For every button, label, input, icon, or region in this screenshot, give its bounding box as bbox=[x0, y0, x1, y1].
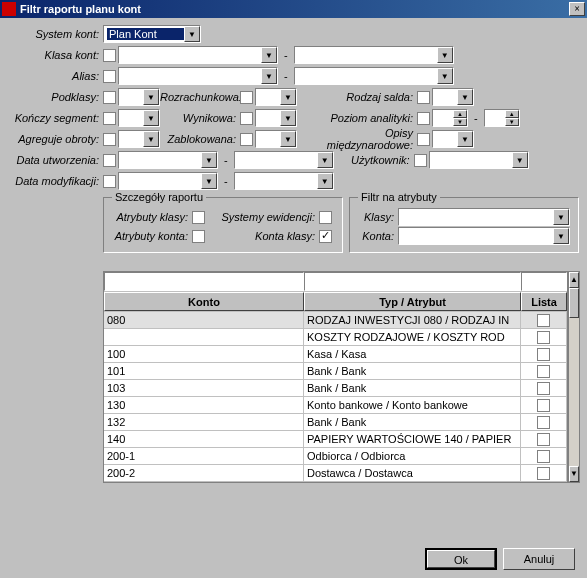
poziom-analityki-check[interactable] bbox=[417, 112, 430, 125]
klasa-kont-to[interactable] bbox=[294, 46, 454, 64]
uzytkownik-select[interactable] bbox=[429, 151, 529, 169]
podklasy-select[interactable] bbox=[118, 88, 160, 106]
lista-check[interactable] bbox=[537, 399, 550, 412]
chevron-down-icon[interactable] bbox=[437, 68, 453, 84]
grid-scrollbar[interactable]: ▲ ▼ bbox=[568, 271, 580, 483]
rozrachunkowa-select[interactable] bbox=[255, 88, 297, 106]
lista-check[interactable] bbox=[537, 331, 550, 344]
agreguje-obroty-select[interactable] bbox=[118, 130, 160, 148]
wynikowa-check[interactable] bbox=[240, 112, 253, 125]
alias-check[interactable] bbox=[103, 70, 116, 83]
systemy-ewidencji-check[interactable] bbox=[319, 211, 332, 224]
atrybuty-konta-check[interactable] bbox=[192, 230, 205, 243]
scroll-down-icon[interactable]: ▼ bbox=[569, 466, 579, 482]
lista-check[interactable] bbox=[537, 416, 550, 429]
zablokowana-select[interactable] bbox=[255, 130, 297, 148]
poziom-from-spin[interactable]: ▲▼ bbox=[432, 109, 468, 127]
spin-down-icon[interactable]: ▼ bbox=[453, 118, 467, 126]
scroll-thumb[interactable] bbox=[569, 288, 579, 318]
scroll-up-icon[interactable]: ▲ bbox=[569, 272, 579, 288]
cell-konto: 140 bbox=[104, 431, 304, 447]
konczy-segment-check[interactable] bbox=[103, 112, 116, 125]
chevron-down-icon[interactable] bbox=[437, 47, 453, 63]
table-row[interactable]: KOSZTY RODZAJOWE / KOSZTY ROD bbox=[104, 329, 567, 346]
lista-check[interactable] bbox=[537, 467, 550, 480]
chevron-down-icon[interactable] bbox=[553, 228, 569, 244]
close-button[interactable]: × bbox=[569, 2, 585, 16]
chevron-down-icon[interactable] bbox=[261, 47, 277, 63]
ok-button[interactable]: Ok bbox=[425, 548, 497, 570]
table-row[interactable]: 080RODZAJ INWESTYCJI 080 / RODZAJ IN bbox=[104, 312, 567, 329]
chevron-down-icon[interactable] bbox=[317, 152, 333, 168]
header-typ[interactable]: Typ / Atrybut bbox=[304, 292, 521, 311]
table-row[interactable]: 103Bank / Bank bbox=[104, 380, 567, 397]
lista-check[interactable] bbox=[537, 314, 550, 327]
rozrachunkowa-check[interactable] bbox=[240, 91, 253, 104]
header-lista[interactable]: Lista bbox=[521, 292, 567, 311]
chevron-down-icon[interactable] bbox=[201, 152, 217, 168]
chevron-down-icon[interactable] bbox=[261, 68, 277, 84]
chevron-down-icon[interactable] bbox=[143, 110, 159, 126]
spin-up-icon[interactable]: ▲ bbox=[505, 110, 519, 118]
chevron-down-icon[interactable] bbox=[512, 152, 528, 168]
alias-to[interactable] bbox=[294, 67, 454, 85]
chevron-down-icon[interactable] bbox=[553, 209, 569, 225]
podklasy-check[interactable] bbox=[103, 91, 116, 104]
poziom-to-spin[interactable]: ▲▼ bbox=[484, 109, 520, 127]
wynikowa-select[interactable] bbox=[255, 109, 297, 127]
spin-down-icon[interactable]: ▼ bbox=[505, 118, 519, 126]
label-rozrachunkowa: Rozrachunkowa: bbox=[160, 91, 240, 103]
rodzaj-salda-select[interactable] bbox=[432, 88, 474, 106]
cancel-button[interactable]: Anuluj bbox=[503, 548, 575, 570]
lista-check[interactable] bbox=[537, 382, 550, 395]
agreguje-obroty-check[interactable] bbox=[103, 133, 116, 146]
lista-check[interactable] bbox=[537, 433, 550, 446]
filter-typ-input[interactable] bbox=[304, 272, 521, 291]
table-row[interactable]: 140PAPIERY WARTOŚCIOWE 140 / PAPIER bbox=[104, 431, 567, 448]
uzytkownik-check[interactable] bbox=[414, 154, 427, 167]
klasa-kont-from[interactable] bbox=[118, 46, 278, 64]
filter-konto-input[interactable] bbox=[104, 272, 304, 291]
data-modyfikacji-from[interactable] bbox=[118, 172, 218, 190]
system-kont-select[interactable]: Plan Kont bbox=[103, 25, 201, 43]
data-modyfikacji-to[interactable] bbox=[234, 172, 334, 190]
opisy-miedzynarodowe-check[interactable] bbox=[417, 133, 430, 146]
filter-lista-input[interactable] bbox=[521, 272, 567, 291]
header-konto[interactable]: Konto bbox=[104, 292, 304, 311]
zablokowana-check[interactable] bbox=[240, 133, 253, 146]
alias-from[interactable] bbox=[118, 67, 278, 85]
table-row[interactable]: 200-1Odbiorca / Odbiorca bbox=[104, 448, 567, 465]
chevron-down-icon[interactable] bbox=[280, 131, 296, 147]
lista-check[interactable] bbox=[537, 365, 550, 378]
table-row[interactable]: 101Bank / Bank bbox=[104, 363, 567, 380]
rodzaj-salda-check[interactable] bbox=[417, 91, 430, 104]
data-modyfikacji-check[interactable] bbox=[103, 175, 116, 188]
table-row[interactable]: 100Kasa / Kasa bbox=[104, 346, 567, 363]
data-utworzenia-check[interactable] bbox=[103, 154, 116, 167]
table-row[interactable]: 200-2Dostawca / Dostawca bbox=[104, 465, 567, 482]
chevron-down-icon[interactable] bbox=[457, 89, 473, 105]
chevron-down-icon[interactable] bbox=[317, 173, 333, 189]
atrybuty-klasy-check[interactable] bbox=[192, 211, 205, 224]
chevron-down-icon[interactable] bbox=[143, 131, 159, 147]
data-utworzenia-from[interactable] bbox=[118, 151, 218, 169]
opisy-miedzynarodowe-select[interactable] bbox=[432, 130, 474, 148]
filtr-klasy-select[interactable] bbox=[398, 208, 570, 226]
chevron-down-icon[interactable] bbox=[201, 173, 217, 189]
chevron-down-icon[interactable] bbox=[184, 26, 200, 42]
chevron-down-icon[interactable] bbox=[457, 131, 473, 147]
cell-konto: 130 bbox=[104, 397, 304, 413]
chevron-down-icon[interactable] bbox=[280, 110, 296, 126]
table-row[interactable]: 130Konto bankowe / Konto bankowe bbox=[104, 397, 567, 414]
data-utworzenia-to[interactable] bbox=[234, 151, 334, 169]
filtr-konta-select[interactable] bbox=[398, 227, 570, 245]
spin-up-icon[interactable]: ▲ bbox=[453, 110, 467, 118]
table-row[interactable]: 132Bank / Bank bbox=[104, 414, 567, 431]
konta-klasy-check[interactable] bbox=[319, 230, 332, 243]
chevron-down-icon[interactable] bbox=[280, 89, 296, 105]
chevron-down-icon[interactable] bbox=[143, 89, 159, 105]
lista-check[interactable] bbox=[537, 348, 550, 361]
lista-check[interactable] bbox=[537, 450, 550, 463]
klasa-kont-check[interactable] bbox=[103, 49, 116, 62]
konczy-segment-select[interactable] bbox=[118, 109, 160, 127]
